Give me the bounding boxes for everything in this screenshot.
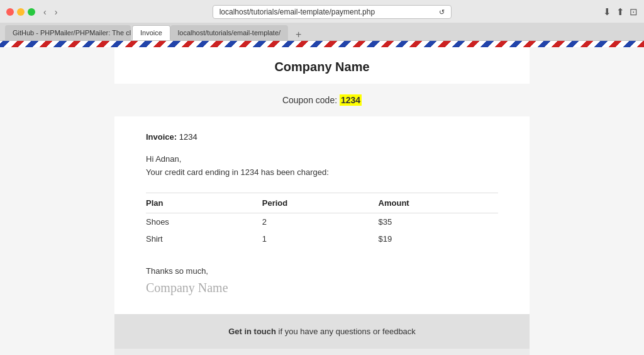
url-text: localhost/tutorials/email-template/payme… [219,8,375,16]
header-period: Period [262,193,379,213]
tab-invoice-label: Invoice [140,29,162,37]
reload-icon[interactable]: ↺ [439,8,445,16]
table-row: Shirt 1 $19 [146,230,498,247]
footer-cta: Get in touch if you have any questions o… [114,314,530,349]
header-amount: Amount [379,193,498,213]
coupon-section: Coupon code: 1234 [114,84,530,116]
title-bar: ‹ › localhost/tutorials/email-template/p… [0,0,644,23]
forward-button[interactable]: › [52,6,61,18]
row1-period: 2 [262,213,379,231]
fullscreen-button[interactable]: ⊡ [630,6,638,18]
footer-cta-bold: Get in touch [228,327,276,336]
signature: Company Name [146,281,498,295]
table-row: Shoes 2 $35 [146,213,498,231]
row2-period: 1 [262,230,379,247]
row2-plan: Shirt [146,230,262,247]
header-plan: Plan [146,193,262,213]
invoice-body: Invoice: 1234 Hi Adnan, Your credit card… [114,116,530,314]
tab-local[interactable]: localhost/tutorials/email-template/ [170,25,288,40]
window-controls [6,8,35,16]
coupon-label: Coupon code: [282,95,337,105]
row1-plan: Shoes [146,213,262,231]
email-container: Company Name Coupon code: 1234 Invoice: … [114,47,530,355]
share-button[interactable]: ⬆ [616,6,625,18]
address-bar[interactable]: localhost/tutorials/email-template/payme… [213,5,452,19]
nav-buttons: ‹ › [40,6,60,18]
tab-local-label: localhost/tutorials/email-template/ [178,29,280,37]
company-name: Company Name [114,60,530,74]
invoice-number-line: Invoice: 1234 [146,132,498,142]
tab-github-label: GitHub - PHPMailer/PHPMailer: The classi… [13,29,131,37]
back-button[interactable]: ‹ [40,6,50,18]
tabs-bar: GitHub - PHPMailer/PHPMailer: The classi… [0,23,644,40]
invoice-label: Invoice: [146,132,177,142]
browser-actions: ⬇ ⬆ ⊡ [603,6,638,18]
row2-amount: $19 [379,230,498,247]
invoice-table: Plan Period Amount Shoes 2 $35 Shirt 1 $… [146,193,498,247]
thanks-text: Thanks so much, [146,266,498,276]
minimize-button[interactable] [17,8,25,16]
airmail-border [0,41,644,47]
address-bar-container: localhost/tutorials/email-template/payme… [65,5,598,19]
footer-links: Contact Us | Facebook | Twitter | Suppor… [114,349,530,355]
close-button[interactable] [6,8,14,16]
browser-chrome: ‹ › localhost/tutorials/email-template/p… [0,0,644,41]
tab-add-button[interactable]: + [292,29,305,40]
coupon-code: 1234 [340,94,362,106]
tab-github[interactable]: GitHub - PHPMailer/PHPMailer: The classi… [5,25,131,40]
invoice-number-value: 1234 [179,132,197,142]
email-header: Company Name [114,47,530,84]
download-button[interactable]: ⬇ [603,6,611,18]
table-header-row: Plan Period Amount [146,193,498,213]
tab-invoice[interactable]: Invoice [132,25,170,40]
greeting: Hi Adnan, [146,154,498,164]
maximize-button[interactable] [28,8,35,16]
charge-text: Your credit card ending in 1234 has been… [146,167,498,177]
page-content: Company Name Coupon code: 1234 Invoice: … [0,47,644,355]
row1-amount: $35 [379,213,498,231]
footer-cta-rest: if you have any questions or feedback [276,327,416,336]
